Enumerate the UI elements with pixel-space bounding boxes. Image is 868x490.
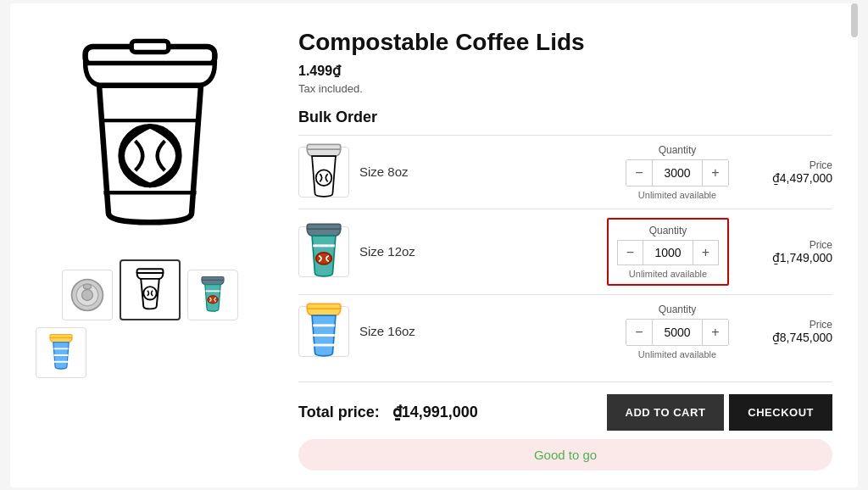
thumbnail-row-2	[36, 327, 86, 378]
unlimited-12oz: Unlimited available	[629, 269, 707, 279]
quantity-section-12oz: Quantity − + Unlimited available	[607, 218, 729, 286]
checkout-button[interactable]: CHECKOUT	[729, 394, 832, 431]
quantity-control-8oz: − +	[626, 159, 729, 187]
total-value: ₫14,991,000	[392, 404, 478, 420]
product-title: Compostable Coffee Lids	[298, 29, 832, 56]
bulk-order-title: Bulk Order	[298, 109, 832, 126]
thumbnail-1[interactable]	[62, 270, 113, 320]
unlimited-16oz: Unlimited available	[638, 349, 716, 359]
quantity-label-16oz: Quantity	[659, 303, 697, 315]
total-price: Total price: ₫14,991,000	[298, 403, 478, 421]
price-value-16oz: ₫8,745,000	[772, 331, 832, 344]
price-section-12oz: Price ₫1,749,000	[756, 239, 832, 264]
size-row-16oz: Size 16oz Quantity − + Unlimited availab…	[298, 294, 832, 368]
scrollbar	[851, 3, 858, 37]
price-section-16oz: Price ₫8,745,000	[756, 319, 832, 344]
quantity-section-16oz: Quantity − + Unlimited available	[626, 303, 729, 359]
tax-note: Tax included.	[298, 82, 832, 95]
price-label-8oz: Price	[810, 159, 832, 171]
product-card: Compostable Coffee Lids 1.499₫ Tax inclu…	[10, 3, 858, 487]
thumbnail-row	[62, 259, 238, 320]
thumbnail-3[interactable]	[187, 270, 238, 320]
quantity-label-8oz: Quantity	[659, 144, 697, 156]
unlimited-8oz: Unlimited available	[638, 190, 716, 200]
svg-point-10	[143, 287, 156, 299]
svg-point-4	[120, 125, 180, 185]
size-row-12oz: Size 12oz Quantity − + Unlimited availab…	[298, 209, 832, 294]
right-panel: Compostable Coffee Lids 1.499₫ Tax inclu…	[298, 29, 832, 471]
size-thumb-8oz	[298, 147, 349, 198]
size-thumb-12oz	[298, 226, 349, 277]
size-label-8oz: Size 8oz	[359, 164, 427, 179]
svg-point-7	[82, 289, 93, 300]
left-panel	[36, 29, 264, 471]
total-label: Total price:	[298, 404, 380, 420]
qty-increase-12oz[interactable]: +	[693, 240, 719, 265]
svg-point-17	[316, 253, 332, 264]
qty-input-16oz[interactable]	[652, 320, 703, 345]
qty-increase-16oz[interactable]: +	[703, 320, 728, 345]
qty-input-8oz[interactable]	[652, 160, 703, 186]
qty-decrease-16oz[interactable]: −	[626, 320, 652, 345]
size-row-8oz: Size 8oz Quantity − + Unlimited availabl…	[298, 135, 832, 209]
price-value-8oz: ₫4,497,000	[772, 171, 832, 185]
size-thumb-16oz	[298, 306, 349, 357]
quantity-section-8oz: Quantity − + Unlimited available	[626, 144, 729, 200]
qty-input-12oz[interactable]	[643, 240, 693, 265]
main-product-image	[48, 29, 252, 249]
svg-point-15	[316, 170, 332, 186]
size-label-12oz: Size 12oz	[359, 244, 427, 259]
good-to-go-banner: Good to go	[298, 439, 832, 471]
price-label-12oz: Price	[810, 239, 832, 251]
thumbnail-2[interactable]	[120, 259, 181, 320]
product-price: 1.499₫	[298, 63, 832, 79]
add-to-cart-button[interactable]: ADD TO CART	[607, 394, 725, 431]
quantity-control-16oz: − +	[626, 319, 729, 346]
footer-row: Total price: ₫14,991,000 ADD TO CART CHE…	[298, 381, 832, 431]
quantity-label-12oz: Quantity	[649, 225, 687, 237]
price-label-16oz: Price	[810, 319, 832, 331]
svg-rect-1	[131, 41, 169, 52]
price-value-12oz: ₫1,749,000	[772, 251, 832, 264]
qty-decrease-12oz[interactable]: −	[617, 240, 643, 265]
quantity-control-12oz: − +	[617, 240, 719, 265]
qty-decrease-8oz[interactable]: −	[626, 160, 652, 186]
thumbnail-4[interactable]	[36, 327, 86, 378]
size-label-16oz: Size 16oz	[359, 324, 427, 338]
footer-buttons: ADD TO CART CHECKOUT	[607, 394, 832, 431]
price-section-8oz: Price ₫4,497,000	[756, 159, 832, 185]
svg-point-8	[83, 284, 91, 289]
qty-increase-8oz[interactable]: +	[703, 160, 728, 186]
svg-point-12	[208, 295, 218, 303]
